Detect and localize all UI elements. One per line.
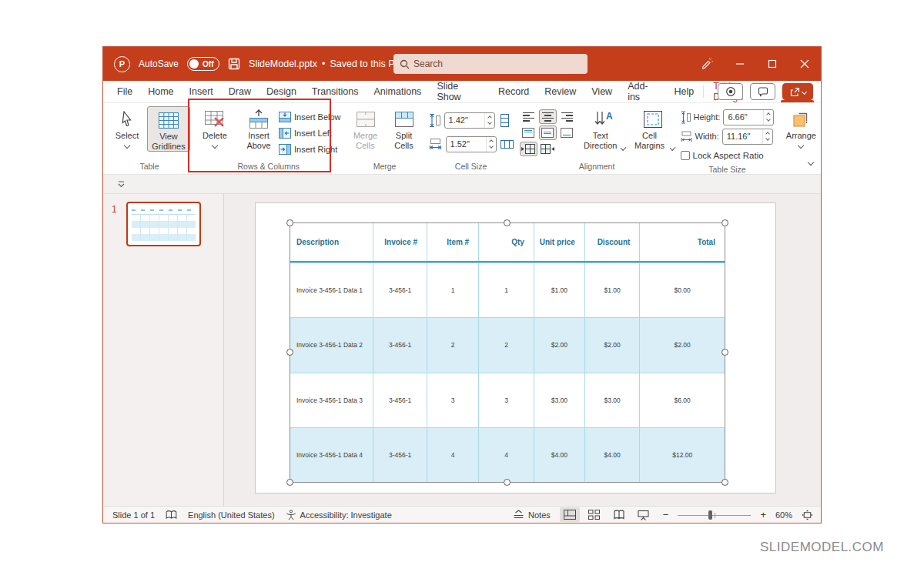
autosave-toggle[interactable]: Off (187, 57, 219, 71)
spinner-arrows[interactable] (762, 129, 772, 144)
lock-aspect-ratio-checkbox[interactable] (681, 151, 690, 160)
table-cell[interactable]: $4.00 (534, 428, 584, 482)
language-indicator[interactable]: English (United States) (188, 510, 275, 520)
table-direction-rtl-button[interactable] (520, 142, 537, 156)
tab-design[interactable]: Design (259, 81, 304, 102)
document-title[interactable]: SlideModel.pptx • Saved to this PC (249, 59, 410, 69)
merge-cells-button[interactable]: Merge Cells (347, 106, 384, 150)
tab-animations[interactable]: Animations (367, 81, 430, 102)
resize-handle-top-right[interactable] (721, 219, 728, 226)
table-cell[interactable]: 4 (427, 428, 478, 482)
resize-handle-middle-right[interactable] (721, 349, 728, 356)
zoom-out-button[interactable]: − (663, 509, 669, 520)
resize-handle-bottom-center[interactable] (504, 479, 511, 486)
header-cell[interactable]: Discount (584, 223, 640, 261)
tab-view[interactable]: View (584, 81, 620, 102)
resize-handle-middle-left[interactable] (286, 349, 293, 356)
zoom-in-button[interactable]: + (760, 509, 766, 520)
resize-handle-top-center[interactable] (504, 219, 511, 226)
table-cell[interactable]: $1.00 (534, 263, 584, 317)
zoom-level[interactable]: 60% (775, 510, 792, 520)
resize-handle-bottom-right[interactable] (721, 479, 728, 486)
table-cell[interactable]: Invoice 3-456-1 Data 3 (290, 373, 373, 427)
spinner-arrows[interactable] (486, 137, 496, 152)
table-height-spinner[interactable]: 6.66" (723, 109, 774, 125)
table-cell[interactable]: Invoice 3-456-1 Data 1 (290, 263, 373, 317)
search-input[interactable] (413, 59, 544, 69)
table-row[interactable]: Invoice 3-456-1 Data 3 3-456-1 3 3 $3.00… (290, 373, 725, 427)
minimize-button[interactable] (724, 47, 756, 81)
table-cell[interactable]: $4.00 (584, 428, 640, 482)
comments-button[interactable] (750, 83, 775, 100)
align-top-button[interactable] (520, 125, 537, 140)
table-cell[interactable]: $0.00 (639, 263, 725, 317)
slide-thumbnail[interactable] (126, 202, 201, 246)
header-cell[interactable]: Invoice # (373, 223, 427, 261)
table-cell[interactable]: 3-456-1 (373, 428, 427, 482)
arrange-button[interactable]: Arrange (780, 106, 822, 148)
split-cells-button[interactable]: Split Cells (386, 106, 423, 150)
insert-above-button[interactable]: Insert Above (240, 106, 277, 150)
header-cell[interactable]: Total (639, 223, 725, 261)
accessibility-status[interactable]: Accessibility: Investigate (286, 510, 392, 520)
record-button[interactable] (718, 83, 743, 100)
slideshow-view-button[interactable] (634, 507, 654, 522)
align-bottom-button[interactable] (558, 125, 576, 140)
table-cell[interactable]: 3-456-1 (373, 373, 427, 427)
table-cell[interactable]: 3-456-1 (373, 263, 427, 317)
zoom-slider-knob[interactable] (708, 510, 712, 520)
table-cell[interactable]: $2.00 (534, 318, 584, 372)
cell-margins-button[interactable]: Cell Margins (631, 106, 675, 150)
tab-home[interactable]: Home (140, 81, 181, 102)
insert-below-button[interactable]: Insert Below (279, 110, 341, 124)
table-cell[interactable]: 2 (478, 318, 534, 372)
tab-help[interactable]: Help (667, 81, 702, 102)
zoom-slider[interactable] (678, 510, 751, 520)
normal-view-button[interactable] (560, 507, 580, 522)
table-header-row[interactable]: Description Invoice # Item # Qty Unit pr… (290, 223, 725, 263)
spinner-arrows[interactable] (484, 113, 494, 128)
align-right-button[interactable] (558, 109, 576, 124)
header-cell[interactable]: Unit price (534, 223, 584, 261)
table-cell[interactable]: $3.00 (534, 373, 584, 427)
close-button[interactable] (788, 47, 821, 81)
tab-review[interactable]: Review (537, 81, 584, 102)
resize-handle-top-left[interactable] (286, 219, 293, 226)
delete-button[interactable]: Delete (196, 106, 233, 148)
table-direction-ltr-button[interactable] (539, 142, 557, 156)
header-cell[interactable]: Qty (478, 223, 534, 261)
spinner-arrows[interactable] (763, 110, 773, 125)
table-cell[interactable]: 4 (478, 428, 534, 482)
table-cell[interactable]: 3 (427, 373, 478, 427)
reading-view-button[interactable] (609, 507, 629, 522)
table-cell[interactable]: $3.00 (584, 373, 640, 427)
table-cell[interactable]: 2 (427, 318, 478, 372)
header-cell[interactable]: Description (290, 223, 373, 261)
resize-handle-bottom-left[interactable] (286, 479, 293, 486)
share-button[interactable] (782, 83, 813, 100)
search-box[interactable] (393, 54, 588, 74)
table-cell[interactable]: $2.00 (584, 318, 640, 372)
maximize-button[interactable] (756, 47, 788, 81)
collapse-ribbon-button[interactable] (808, 154, 813, 168)
tab-draw[interactable]: Draw (221, 81, 259, 102)
row-height-spinner[interactable]: 1.42" (444, 112, 495, 129)
select-button[interactable]: Select (109, 106, 146, 148)
table-cell[interactable]: 1 (478, 263, 534, 317)
fit-to-window-icon[interactable] (802, 510, 813, 520)
table-row[interactable]: Invoice 3-456-1 Data 1 3-456-1 1 1 $1.00… (290, 263, 725, 317)
proofing-book-icon[interactable] (166, 510, 177, 520)
insert-left-button[interactable]: Insert Left (279, 126, 341, 140)
view-gridlines-button[interactable]: View Gridlines (147, 106, 190, 152)
slide-sorter-view-button[interactable] (584, 507, 604, 522)
pen-icon[interactable] (691, 47, 724, 81)
align-center-button[interactable] (539, 109, 557, 124)
save-icon[interactable] (228, 58, 240, 70)
double-chevron-down-icon[interactable] (117, 181, 126, 188)
tab-record[interactable]: Record (490, 81, 537, 102)
tab-add-ins[interactable]: Add-ins (620, 81, 666, 102)
table-row[interactable]: Invoice 3-456-1 Data 2 3-456-1 2 2 $2.00… (290, 317, 725, 372)
tab-file[interactable]: File (109, 81, 140, 102)
table-row[interactable]: Invoice 3-456-1 Data 4 3-456-1 4 4 $4.00… (290, 427, 725, 482)
table-cell[interactable]: 3 (478, 373, 534, 427)
